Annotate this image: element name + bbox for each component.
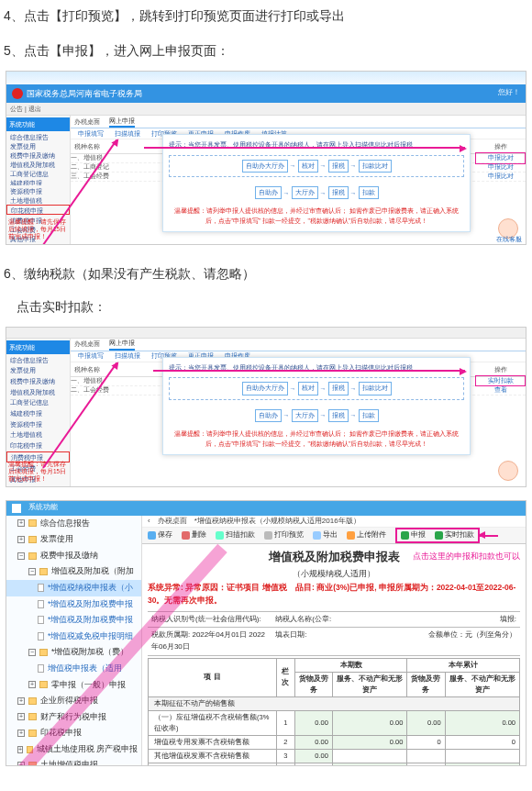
nav-item-selected[interactable]: 印花税申报 xyxy=(6,205,70,215)
expand-icon[interactable]: + xyxy=(17,762,25,764)
cell[interactable]: 0.00 xyxy=(294,735,332,749)
nav-item[interactable]: 工商登记信息 xyxy=(6,169,70,177)
tree-node-sub2[interactable]: 增值税申报表（适用 xyxy=(6,661,141,677)
nav-item[interactable]: 土地增值税 xyxy=(6,195,70,204)
arrow-icon: → xyxy=(320,188,327,198)
tree-node-sub[interactable]: −*增值税附加税（费） xyxy=(6,644,141,661)
op-scan[interactable]: 扫描填报 xyxy=(115,128,140,139)
cell[interactable]: 0.00 xyxy=(332,735,406,749)
step-6-text: 6、缴纳税款（如果没有产生税款、请忽略） xyxy=(0,258,532,293)
nav-item[interactable]: 资源税申报 xyxy=(6,186,70,195)
expand-icon[interactable]: + xyxy=(17,746,23,753)
tree-node[interactable]: +城镇土地使用税 房产税申报 xyxy=(6,741,141,758)
nav-item[interactable]: 税费申报及缴纳 xyxy=(6,150,70,159)
nav-item[interactable]: 工商登记信息 xyxy=(6,397,70,407)
nav-item[interactable]: 城建税申报 xyxy=(6,408,70,418)
scan-button[interactable]: 扫描扣款 xyxy=(216,529,255,541)
delete-button[interactable]: 删除 xyxy=(182,529,206,541)
dialog-notes: 温馨提醒：请列举申报人提供核的信息，并经过审查确认后； 如需作废已申报缴费表，请… xyxy=(169,206,464,226)
tree-node-sub2[interactable]: *增值税及附加税费申报 xyxy=(6,612,141,629)
nav-item[interactable]: 城建税申报 xyxy=(6,178,70,186)
bread-home[interactable]: 办税桌面 xyxy=(158,516,187,528)
expand-icon[interactable]: + xyxy=(17,697,25,705)
cat-row: 本期征征不动产的销售额 xyxy=(149,696,520,710)
taxpayer-id-label: 纳税人识别号(统一社会信用代码): xyxy=(148,612,272,628)
op-fill[interactable]: 申报填写 xyxy=(78,351,104,361)
nav-item[interactable]: 土地增值税 xyxy=(6,429,70,440)
expand-icon[interactable]: + xyxy=(17,519,25,527)
op-fill[interactable]: 申报填写 xyxy=(78,128,104,139)
app-title: 国家税务总局河南省电子税务局 xyxy=(27,87,142,100)
cell[interactable]: 0.00 xyxy=(445,763,519,765)
nav-item[interactable]: 税费申报及缴纳 xyxy=(6,376,70,386)
nav-item[interactable]: 资源税申报 xyxy=(6,419,70,429)
cell[interactable]: 0.00 xyxy=(294,749,332,763)
op-link[interactable]: 申报比对 xyxy=(475,172,526,181)
tree-node[interactable]: +印花税申报 xyxy=(6,725,141,741)
cell[interactable] xyxy=(332,749,406,763)
cell[interactable]: 0.00 xyxy=(294,710,332,735)
save-button[interactable]: 保存 xyxy=(148,529,172,541)
expand-icon[interactable]: − xyxy=(28,649,36,656)
nav-item[interactable]: 增值税及附加税 xyxy=(6,387,70,397)
th-total: 本年累计 xyxy=(407,658,520,672)
cell[interactable]: 0.00 xyxy=(407,710,445,735)
nav-item[interactable]: 发票使用 xyxy=(6,141,70,150)
cell[interactable]: 0.00 xyxy=(332,763,406,765)
cell[interactable]: 0.00 xyxy=(445,710,519,735)
tree-node-sub[interactable]: +零申报（一般）申报 xyxy=(6,677,141,694)
cell[interactable]: 0.00 xyxy=(332,710,406,735)
cell[interactable]: 0 xyxy=(407,735,445,749)
tree-node[interactable]: +土地增值税申报 xyxy=(6,757,141,764)
realtime-button[interactable]: 实时扣款 xyxy=(435,529,474,541)
menu-icon[interactable] xyxy=(12,504,21,513)
folder-icon xyxy=(28,697,37,705)
report-button[interactable]: 申报 xyxy=(401,529,426,541)
tree-node[interactable]: +综合信息报告 xyxy=(6,516,141,532)
bread-prev[interactable]: ‹ xyxy=(148,516,150,528)
tree-node[interactable]: +发票使用 xyxy=(6,531,141,548)
tree-node-selected[interactable]: *增值税纳税申报表（小 xyxy=(6,580,141,596)
expand-icon[interactable]: + xyxy=(17,730,25,737)
scan-icon xyxy=(216,531,224,540)
tab-home[interactable]: 办税桌面 xyxy=(74,117,100,127)
arrow-icon: → xyxy=(320,384,327,394)
meta-row-2: 税款所属期: 2022年04月01日 2022年06月30日 填表日期: 金额单… xyxy=(148,628,520,656)
op-scan[interactable]: 扫描填报 xyxy=(115,351,140,361)
tree-node-sub2[interactable]: *增值税及附加税费申报 xyxy=(6,596,141,613)
nav-item[interactable]: 增值税及附加税 xyxy=(6,160,70,168)
expand-icon[interactable]: + xyxy=(28,681,36,688)
export-button[interactable]: 导出 xyxy=(313,529,338,541)
print-button[interactable]: 打印预览 xyxy=(264,529,304,541)
tab-home[interactable]: 办税桌面 xyxy=(74,339,100,349)
op-link[interactable]: 查看 xyxy=(475,385,526,395)
tree-node-sub[interactable]: −增值税及附加税（附加 xyxy=(6,563,141,580)
nav-item[interactable]: 发票使用 xyxy=(6,365,70,375)
cell[interactable] xyxy=(407,749,445,763)
expand-icon[interactable]: + xyxy=(17,536,25,543)
data-row: 增值税专用发票不含税销售额 2 0.00 0.00 0 0 xyxy=(149,735,520,749)
tree-node-sub2[interactable]: *增值税减免税申报明细 xyxy=(6,629,141,645)
expand-icon[interactable]: − xyxy=(28,568,36,575)
upload-button[interactable]: 上传附件 xyxy=(347,529,386,541)
main-pane: 办税桌面 网上申报 申报填写 扫描填报 打印预览 更正申报 申报作废 填报计算 … xyxy=(71,116,526,244)
tree-node[interactable]: +财产和行为税申报 xyxy=(6,709,141,726)
step-5-text: 5、点击【申报】，进入网上申报页面： xyxy=(0,35,532,70)
folder-icon xyxy=(28,730,37,737)
op-link[interactable]: 申报比对 xyxy=(475,162,526,172)
expand-icon[interactable]: − xyxy=(17,552,25,560)
nav-item[interactable]: 综合信息报告 xyxy=(6,132,70,140)
cell[interactable]: 0 xyxy=(445,735,519,749)
tree-node[interactable]: −税费申报及缴纳 xyxy=(6,548,141,564)
tab-report[interactable]: 网上申报 xyxy=(109,116,135,128)
expand-icon[interactable]: + xyxy=(17,713,25,720)
nav-item[interactable]: 综合信息报告 xyxy=(6,355,70,365)
nav-header: 系统功能 xyxy=(6,117,70,131)
row-label: （二）应征增值税不含税销售额(5%征收率) xyxy=(149,763,277,765)
tree-node[interactable]: +企业所得税申报 xyxy=(6,693,141,709)
cell[interactable] xyxy=(445,749,519,763)
agent-avatar-icon[interactable] xyxy=(498,461,518,481)
gov-header xyxy=(6,72,526,84)
folder-icon xyxy=(28,536,37,543)
tab-report[interactable]: 网上申报 xyxy=(109,338,135,350)
